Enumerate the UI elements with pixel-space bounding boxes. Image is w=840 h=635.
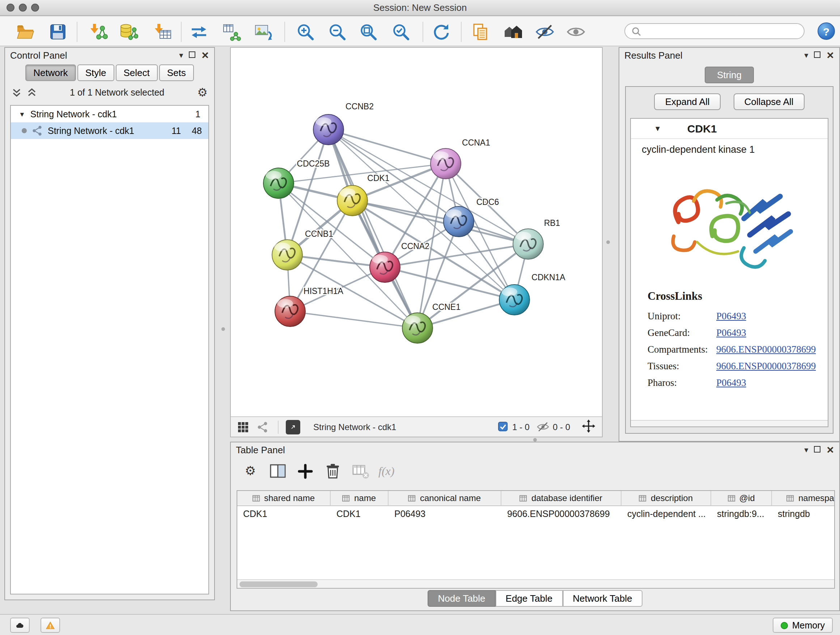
- zoom-in-button[interactable]: [294, 20, 317, 43]
- table-options-gear-button[interactable]: ⚙: [241, 462, 260, 481]
- tab-network-table[interactable]: Network Table: [562, 590, 642, 607]
- column-header-shared-name[interactable]: shared name: [237, 491, 331, 505]
- panel-float-button[interactable]: [814, 446, 821, 454]
- network-from-table-button[interactable]: [220, 20, 243, 43]
- column-header-name[interactable]: name: [331, 491, 388, 505]
- node-label-cdkn1a: CDKN1A: [531, 272, 565, 282]
- home-gallery-button[interactable]: [501, 20, 524, 43]
- import-table-button[interactable]: [151, 20, 174, 43]
- tab-node-table[interactable]: Node Table: [428, 590, 495, 607]
- column-header-database-identifier[interactable]: database identifier: [501, 491, 622, 505]
- control-panel-title: Control Panel: [10, 50, 173, 61]
- cloud-status-button[interactable]: [10, 618, 30, 633]
- panel-menu-button[interactable]: ▾: [179, 51, 183, 59]
- open-view-button[interactable]: [286, 420, 300, 434]
- network-graph[interactable]: CCNB2CCNA1CDC25BCDK1CDC6RB1CCNB1CCNA2CDK…: [231, 48, 602, 416]
- column-header-description[interactable]: description: [622, 491, 711, 505]
- cell-shared-name[interactable]: CDK1: [237, 506, 331, 521]
- network-row-selected[interactable]: String Network - cdk1 11 48: [11, 122, 208, 139]
- node-details-header[interactable]: ▼ CDK1: [631, 119, 828, 139]
- import-network-file-button[interactable]: [87, 20, 110, 43]
- panel-close-button[interactable]: ✕: [826, 51, 834, 60]
- tab-sets[interactable]: Sets: [159, 65, 194, 81]
- bottom-splitter-handle[interactable]: [533, 438, 537, 442]
- collapse-entry-icon[interactable]: ▼: [654, 125, 661, 133]
- network-options-gear-button[interactable]: ⚙: [197, 87, 208, 98]
- panel-menu-button[interactable]: ▾: [804, 51, 808, 59]
- help-button[interactable]: ?: [818, 22, 835, 40]
- cell-id[interactable]: stringdb:9...: [711, 506, 772, 521]
- column-header-id[interactable]: @id: [711, 491, 772, 505]
- crosslinks-section: CrossLinks Uniprot: P06493 GeneCard: P06…: [631, 288, 828, 391]
- show-all-button[interactable]: [564, 20, 587, 43]
- right-splitter-handle[interactable]: [606, 241, 610, 244]
- network-edge[interactable]: [328, 130, 417, 328]
- tab-network[interactable]: Network: [25, 65, 76, 81]
- crosslink-row: Pharos: P06493: [647, 374, 828, 391]
- delete-table-button[interactable]: [351, 462, 370, 481]
- create-column-button[interactable]: [296, 462, 315, 481]
- left-splitter-handle[interactable]: [221, 327, 225, 331]
- compartments-link[interactable]: 9606.ENSP00000378699: [716, 344, 816, 355]
- results-horizontal-scrollbar[interactable]: [631, 420, 828, 426]
- show-columns-button[interactable]: [268, 462, 287, 481]
- save-session-button[interactable]: [46, 20, 69, 43]
- cell-database-identifier[interactable]: 9606.ENSP00000378699: [501, 506, 622, 521]
- import-network-database-button[interactable]: [117, 20, 141, 43]
- zoom-selected-button[interactable]: [389, 20, 412, 43]
- collection-expand-icon[interactable]: ▼: [19, 111, 25, 118]
- memory-button[interactable]: Memory: [773, 618, 833, 633]
- function-builder-button[interactable]: f(x): [378, 462, 394, 481]
- toolbar-separator: [77, 22, 77, 42]
- apply-layout-button[interactable]: [187, 20, 210, 43]
- zoom-out-button[interactable]: [325, 20, 349, 43]
- tissues-link[interactable]: 9606.ENSP00000378699: [716, 360, 816, 372]
- panel-float-button[interactable]: [189, 51, 195, 59]
- collapse-all-networks-button[interactable]: [27, 88, 37, 98]
- tab-edge-table[interactable]: Edge Table: [496, 590, 563, 607]
- open-session-button[interactable]: [14, 20, 37, 43]
- table-horizontal-scrollbar[interactable]: [237, 579, 834, 588]
- uniprot-link[interactable]: P06493: [716, 310, 746, 322]
- tab-select[interactable]: Select: [115, 65, 157, 81]
- network-edge[interactable]: [328, 130, 446, 164]
- search-input[interactable]: [645, 25, 797, 37]
- string-results-tab[interactable]: String: [705, 67, 754, 83]
- network-edge[interactable]: [352, 201, 528, 244]
- network-edge[interactable]: [290, 311, 417, 328]
- cell-description[interactable]: cyclin-dependent ...: [622, 506, 711, 521]
- column-header-canonical-name[interactable]: canonical name: [388, 491, 501, 505]
- copy-button[interactable]: [469, 20, 492, 43]
- panel-close-button[interactable]: ✕: [201, 51, 209, 60]
- titlebar: Session: New Session: [0, 0, 840, 16]
- cell-name[interactable]: CDK1: [331, 506, 388, 521]
- delete-column-button[interactable]: [324, 462, 342, 481]
- refresh-layout-button[interactable]: [430, 20, 453, 43]
- expand-all-networks-button[interactable]: [11, 88, 22, 98]
- pan-mode-button[interactable]: [582, 419, 595, 435]
- scrollbar-thumb[interactable]: [240, 581, 317, 587]
- cell-canonical-name[interactable]: P06493: [388, 506, 501, 521]
- column-header-namespace[interactable]: namespace: [772, 491, 835, 505]
- warnings-button[interactable]: [41, 618, 60, 633]
- cell-namespace[interactable]: stringdb: [772, 506, 835, 521]
- pharos-link[interactable]: P06493: [716, 377, 746, 388]
- tab-style[interactable]: Style: [77, 65, 114, 81]
- genecard-link[interactable]: P06493: [716, 327, 746, 339]
- hide-selected-button[interactable]: [533, 20, 556, 43]
- eye-icon: [567, 22, 585, 41]
- network-collection-row[interactable]: ▼ String Network - cdk1 1: [11, 106, 208, 122]
- panel-float-button[interactable]: [814, 51, 821, 59]
- network-share-button[interactable]: [257, 421, 268, 432]
- zoom-fit-button[interactable]: [357, 20, 380, 43]
- table-row[interactable]: CDK1 CDK1 P06493 9606.ENSP00000378699 cy…: [237, 506, 834, 521]
- panel-close-button[interactable]: ✕: [826, 445, 834, 455]
- birds-eye-view-button[interactable]: [237, 421, 249, 432]
- expand-all-button[interactable]: Expand All: [654, 93, 721, 110]
- network-selection-bar: 1 of 1 Network selected ⚙: [5, 84, 214, 102]
- float-icon: [814, 51, 821, 58]
- export-image-button[interactable]: [252, 20, 275, 43]
- panel-menu-button[interactable]: ▾: [804, 446, 808, 454]
- collapse-all-button[interactable]: Collapse All: [734, 93, 805, 110]
- control-panel: Control Panel ▾ ✕ Network Style Select S…: [4, 47, 215, 600]
